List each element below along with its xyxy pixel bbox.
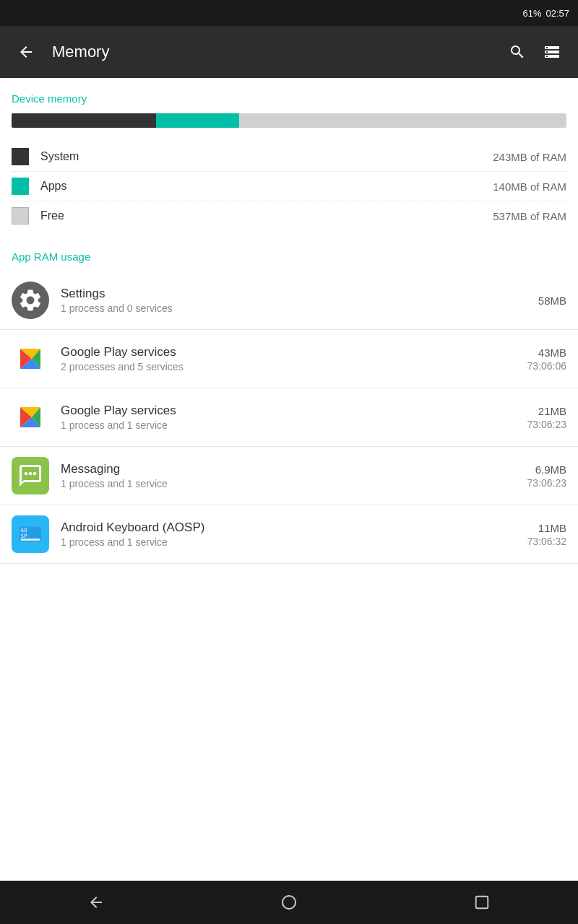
keyboard-app-info: Android Keyboard (AOSP) 1 process and 1 … [61,520,527,548]
settings-app-icon [12,282,49,319]
messaging-app-info: Messaging 1 process and 1 service [61,462,527,489]
time: 02:57 [545,8,569,19]
legend-apps: Apps 140MB of RAM [12,172,566,201]
memory-bar-apps [156,113,239,128]
battery-percent: 61% [522,8,541,19]
svg-rect-18 [475,897,488,909]
app-item-settings[interactable]: Settings 1 process and 0 services 58MB [0,271,578,330]
keyboard-app-stats: 11MB 73:06:32 [527,522,567,547]
settings-app-stats: 58MB [538,295,566,307]
apps-label: Apps [40,180,493,193]
svg-point-12 [33,472,37,476]
gplay2-memory: 21MB [527,405,567,417]
free-label: Free [40,209,493,222]
gplay1-memory: 43MB [527,346,567,359]
legend-free: Free 537MB of RAM [12,201,566,230]
page-title: Memory [52,43,491,61]
keyboard-time: 73:06:32 [527,536,567,547]
search-button[interactable] [503,38,532,66]
messaging-app-icon [12,457,49,494]
gplay2-app-icon [12,398,49,436]
legend-system: System 243MB of RAM [12,142,566,172]
gplay1-app-stats: 43MB 73:06:06 [527,346,567,372]
keyboard-app-name: Android Keyboard (AOSP) [61,520,527,535]
gplay1-app-icon [12,340,49,378]
apps-color-swatch [12,178,29,195]
system-color-swatch [12,148,29,165]
memory-legend: System 243MB of RAM Apps 140MB of RAM Fr… [0,139,578,236]
app-item-messaging[interactable]: Messaging 1 process and 1 service 6.9MB … [0,447,578,505]
gplay1-time: 73:06:06 [527,360,567,372]
app-bar-actions [503,38,566,66]
svg-point-17 [282,896,296,909]
app-item-gplay2[interactable]: Google Play services 1 process and 1 ser… [0,388,578,447]
status-bar: 61% 02:57 [0,0,578,26]
device-memory-section: Device memory System 243MB of RAM Apps 1… [0,78,578,236]
app-bar: Memory [0,26,578,78]
gplay2-app-sub: 1 process and 1 service [61,419,527,431]
svg-text:SP: SP [21,533,28,539]
gplay1-app-info: Google Play services 2 processes and 5 s… [61,345,527,372]
messaging-app-sub: 1 process and 1 service [61,478,527,489]
keyboard-app-sub: 1 process and 1 service [61,536,527,548]
app-ram-section: App RAM usage Settings 1 process and 0 s… [0,236,578,564]
gplay2-app-info: Google Play services 1 process and 1 ser… [61,404,527,431]
free-color-swatch [12,207,29,225]
nav-home-button[interactable] [267,888,311,917]
settings-app-sub: 1 process and 0 services [61,302,538,314]
keyboard-app-icon: AO SP [12,515,49,553]
gplay1-app-sub: 2 processes and 5 services [61,361,527,372]
nav-back-button[interactable] [74,888,118,917]
system-label: System [40,150,493,163]
messaging-app-name: Messaging [61,462,527,476]
app-list: Settings 1 process and 0 services 58MB [0,271,578,564]
app-ram-header: App RAM usage [0,236,578,271]
gplay2-app-stats: 21MB 73:06:23 [527,405,567,430]
settings-app-info: Settings 1 process and 0 services [61,287,538,314]
keyboard-memory: 11MB [527,522,567,534]
nav-bar [0,881,578,924]
app-item-gplay1[interactable]: Google Play services 2 processes and 5 s… [0,330,578,388]
messaging-time: 73:06:23 [527,477,567,489]
gplay2-time: 73:06:23 [527,419,567,430]
apps-value: 140MB of RAM [493,180,566,193]
svg-point-11 [25,472,28,476]
system-value: 243MB of RAM [493,151,566,163]
back-button[interactable] [12,38,40,66]
device-memory-header: Device memory [0,78,578,113]
memory-bar [12,113,566,128]
settings-memory: 58MB [538,295,566,307]
messaging-app-stats: 6.9MB 73:06:23 [527,463,567,489]
svg-rect-16 [21,539,40,541]
free-value: 537MB of RAM [493,210,566,222]
settings-app-name: Settings [61,287,538,301]
gplay1-app-name: Google Play services [61,345,527,359]
storage-menu-button[interactable] [538,38,566,66]
messaging-memory: 6.9MB [527,463,567,476]
status-bar-right: 61% 02:57 [522,8,569,19]
main-content: Device memory System 243MB of RAM Apps 1… [0,78,578,881]
memory-bar-system [12,113,156,128]
app-item-keyboard[interactable]: AO SP Android Keyboard (AOSP) 1 process … [0,505,578,564]
svg-point-10 [29,472,33,476]
gplay2-app-name: Google Play services [61,404,527,418]
nav-recents-button[interactable] [460,888,504,917]
